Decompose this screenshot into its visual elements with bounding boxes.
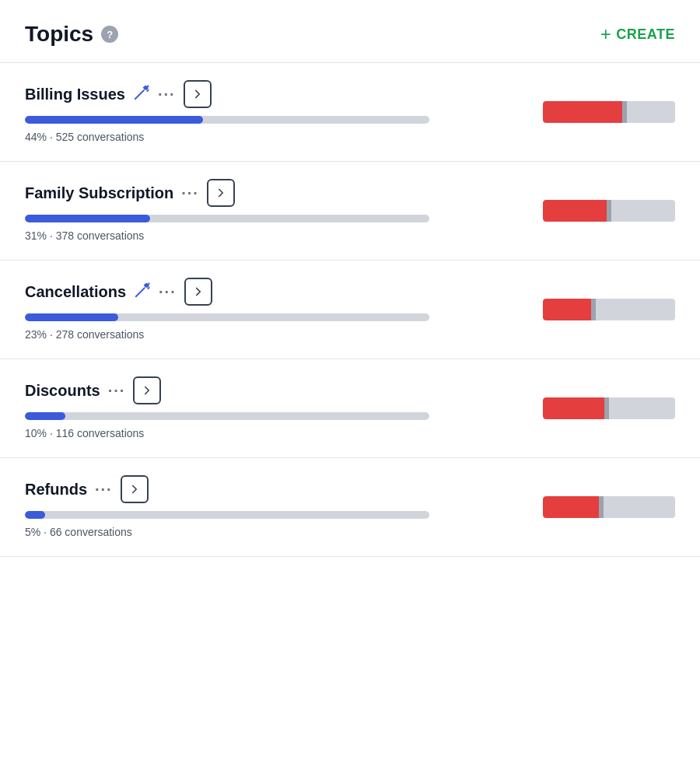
topic-name: Discounts	[25, 382, 100, 400]
magic-icon[interactable]	[134, 282, 151, 303]
topic-name: Family Subscription	[25, 184, 173, 202]
topic-header: Discounts ···	[25, 376, 429, 404]
chart-bar-red	[543, 496, 601, 518]
chart-bar-red	[543, 200, 609, 222]
svg-point-8	[149, 283, 149, 284]
chart-bar-notch	[607, 200, 611, 222]
progress-bar-fill	[25, 116, 203, 124]
topic-left: Cancellations ··· 23% · 278 conversation…	[25, 278, 429, 341]
magic-icon[interactable]	[133, 84, 150, 105]
topic-name: Cancellations	[25, 283, 126, 301]
topic-chart	[527, 496, 675, 518]
chart-bar-notch	[622, 101, 627, 123]
page-header: Topics ? + CREATE	[0, 0, 700, 63]
chart-bar-container	[543, 101, 675, 123]
progress-bar-container	[25, 116, 429, 124]
header-left: Topics ?	[25, 22, 118, 47]
topic-stats: 10% · 116 conversations	[25, 427, 144, 439]
topic-header: Family Subscription ···	[25, 179, 429, 207]
topic-left: Refunds ··· 5% · 66 conversations	[25, 475, 429, 539]
topic-list: Billing Issues ··· 44% · 525 conversatio…	[0, 63, 700, 557]
chart-bar-container	[543, 299, 675, 320]
topic-left: Discounts ··· 10% · 116 conversations	[25, 376, 429, 440]
topic-item: Family Subscription ··· 31% · 378 conver…	[0, 162, 700, 261]
svg-point-7	[147, 285, 148, 285]
topic-navigate-button[interactable]	[184, 80, 212, 108]
topic-header: Cancellations ···	[25, 278, 429, 306]
topic-more-button[interactable]: ···	[181, 189, 199, 197]
topic-more-button[interactable]: ···	[159, 288, 177, 296]
svg-line-0	[135, 90, 144, 99]
topic-navigate-button[interactable]	[184, 278, 212, 306]
topic-more-button[interactable]: ···	[158, 90, 176, 98]
chart-bar-container	[543, 496, 675, 518]
topic-stats: 23% · 278 conversations	[25, 328, 144, 341]
svg-line-5	[136, 288, 145, 296]
topic-item: Cancellations ··· 23% · 278 conversation…	[0, 261, 700, 359]
chart-bar-container	[543, 397, 675, 419]
progress-bar-container	[25, 511, 429, 519]
chart-bar-red	[543, 397, 607, 419]
chart-bar-red	[543, 299, 593, 320]
topic-chart	[527, 397, 675, 419]
progress-bar-container	[25, 313, 429, 321]
topic-item: Refunds ··· 5% · 66 conversations	[0, 458, 700, 557]
topic-item: Discounts ··· 10% · 116 conversations	[0, 359, 700, 458]
help-icon[interactable]: ?	[101, 26, 118, 43]
create-plus-icon: +	[600, 25, 612, 44]
progress-bar-fill	[25, 215, 150, 222]
progress-bar-fill	[25, 412, 65, 420]
topic-name: Refunds	[25, 481, 87, 499]
svg-point-9	[145, 285, 146, 286]
topic-header: Billing Issues ···	[25, 80, 429, 108]
topic-chart	[527, 101, 675, 123]
create-button[interactable]: + CREATE	[600, 25, 675, 44]
svg-point-4	[145, 88, 145, 89]
page-title: Topics	[25, 22, 93, 47]
topic-navigate-button[interactable]	[207, 179, 235, 207]
topic-navigate-button[interactable]	[133, 376, 161, 404]
chart-bar-red	[543, 101, 625, 123]
create-label: CREATE	[616, 26, 675, 43]
topic-item: Billing Issues ··· 44% · 525 conversatio…	[0, 63, 700, 162]
topic-stats: 44% · 525 conversations	[25, 131, 144, 143]
chart-bar-container	[543, 200, 675, 222]
chart-bar-notch	[591, 299, 596, 320]
topic-stats: 5% · 66 conversations	[25, 526, 132, 538]
topic-header: Refunds ···	[25, 475, 429, 503]
topic-name: Billing Issues	[25, 86, 125, 103]
topic-left: Billing Issues ··· 44% · 525 conversatio…	[25, 80, 429, 144]
svg-point-3	[148, 86, 149, 86]
progress-bar-fill	[25, 511, 45, 519]
chart-bar-notch	[599, 496, 604, 518]
topic-chart	[527, 200, 675, 222]
topic-stats: 31% · 378 conversations	[25, 229, 144, 242]
topic-navigate-button[interactable]	[121, 475, 149, 503]
progress-bar-container	[25, 215, 429, 222]
topic-chart	[527, 299, 675, 320]
progress-bar-fill	[25, 313, 118, 321]
topic-left: Family Subscription ··· 31% · 378 conver…	[25, 179, 429, 243]
topic-more-button[interactable]: ···	[108, 387, 126, 394]
chart-bar-notch	[604, 397, 609, 419]
progress-bar-container	[25, 412, 429, 420]
topic-more-button[interactable]: ···	[95, 485, 113, 493]
svg-point-2	[146, 87, 147, 88]
